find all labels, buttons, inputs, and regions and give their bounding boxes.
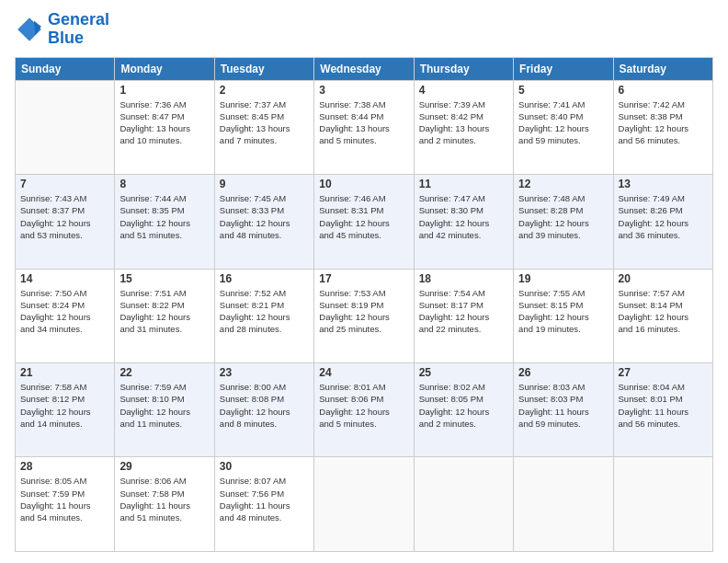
day-info: Sunrise: 8:05 AMSunset: 7:59 PMDaylight:… bbox=[20, 475, 109, 523]
weekday-friday: Friday bbox=[514, 57, 613, 80]
day-info: Sunrise: 7:50 AMSunset: 8:24 PMDaylight:… bbox=[20, 287, 109, 336]
weekday-saturday: Saturday bbox=[613, 57, 712, 80]
day-info: Sunrise: 7:38 AMSunset: 8:44 PMDaylight:… bbox=[319, 98, 408, 147]
week-row-1: 7Sunrise: 7:43 AMSunset: 8:37 PMDaylight… bbox=[16, 175, 713, 269]
calendar-cell: 12Sunrise: 7:48 AMSunset: 8:28 PMDayligh… bbox=[514, 175, 613, 269]
day-info: Sunrise: 8:01 AMSunset: 8:06 PMDaylight:… bbox=[319, 381, 408, 430]
weekday-sunday: Sunday bbox=[16, 57, 115, 80]
day-number: 10 bbox=[319, 178, 408, 190]
weekday-wednesday: Wednesday bbox=[314, 57, 414, 80]
day-number: 14 bbox=[20, 272, 109, 285]
calendar-cell: 29Sunrise: 8:06 AMSunset: 7:58 PMDayligh… bbox=[115, 457, 214, 552]
calendar-cell: 30Sunrise: 8:07 AMSunset: 7:56 PMDayligh… bbox=[214, 457, 313, 552]
day-number: 1 bbox=[119, 84, 209, 97]
day-info: Sunrise: 7:44 AMSunset: 8:35 PMDaylight:… bbox=[119, 192, 209, 241]
day-number: 4 bbox=[419, 84, 508, 97]
calendar-cell bbox=[514, 457, 613, 552]
calendar-cell: 16Sunrise: 7:52 AMSunset: 8:21 PMDayligh… bbox=[214, 269, 313, 362]
day-number: 22 bbox=[119, 366, 209, 379]
day-info: Sunrise: 7:45 AMSunset: 8:33 PMDaylight:… bbox=[220, 192, 309, 241]
calendar-cell bbox=[414, 457, 513, 552]
logo-general: General bbox=[48, 10, 109, 29]
day-number: 2 bbox=[220, 84, 309, 97]
weekday-thursday: Thursday bbox=[414, 57, 513, 80]
calendar-cell: 8Sunrise: 7:44 AMSunset: 8:35 PMDaylight… bbox=[115, 175, 214, 269]
calendar-cell: 5Sunrise: 7:41 AMSunset: 8:40 PMDaylight… bbox=[514, 80, 613, 174]
day-number: 30 bbox=[220, 460, 309, 473]
calendar-cell: 23Sunrise: 8:00 AMSunset: 8:08 PMDayligh… bbox=[214, 363, 313, 457]
day-info: Sunrise: 7:59 AMSunset: 8:10 PMDaylight:… bbox=[119, 381, 209, 430]
day-number: 15 bbox=[119, 272, 209, 285]
day-number: 25 bbox=[419, 366, 508, 379]
calendar-cell: 15Sunrise: 7:51 AMSunset: 8:22 PMDayligh… bbox=[115, 269, 214, 362]
week-row-0: 1Sunrise: 7:36 AMSunset: 8:47 PMDaylight… bbox=[16, 80, 713, 174]
day-info: Sunrise: 7:36 AMSunset: 8:47 PMDaylight:… bbox=[119, 98, 209, 147]
calendar-cell: 7Sunrise: 7:43 AMSunset: 8:37 PMDaylight… bbox=[16, 175, 115, 269]
day-info: Sunrise: 7:46 AMSunset: 8:31 PMDaylight:… bbox=[319, 192, 408, 241]
day-info: Sunrise: 7:57 AMSunset: 8:14 PMDaylight:… bbox=[619, 287, 708, 336]
calendar-cell: 14Sunrise: 7:50 AMSunset: 8:24 PMDayligh… bbox=[16, 269, 115, 362]
day-info: Sunrise: 7:37 AMSunset: 8:45 PMDaylight:… bbox=[220, 98, 309, 147]
day-info: Sunrise: 7:47 AMSunset: 8:30 PMDaylight:… bbox=[419, 192, 508, 241]
day-info: Sunrise: 7:49 AMSunset: 8:26 PMDaylight:… bbox=[619, 192, 708, 241]
day-info: Sunrise: 7:55 AMSunset: 8:15 PMDaylight:… bbox=[518, 287, 608, 336]
day-number: 18 bbox=[419, 272, 508, 285]
calendar-cell: 11Sunrise: 7:47 AMSunset: 8:30 PMDayligh… bbox=[414, 175, 513, 269]
day-number: 5 bbox=[518, 84, 608, 97]
day-number: 21 bbox=[20, 366, 109, 379]
day-info: Sunrise: 7:41 AMSunset: 8:40 PMDaylight:… bbox=[518, 98, 608, 147]
day-number: 19 bbox=[518, 272, 608, 285]
day-info: Sunrise: 7:39 AMSunset: 8:42 PMDaylight:… bbox=[419, 98, 508, 147]
day-number: 23 bbox=[220, 366, 309, 379]
week-row-3: 21Sunrise: 7:58 AMSunset: 8:12 PMDayligh… bbox=[16, 363, 713, 457]
day-info: Sunrise: 7:48 AMSunset: 8:28 PMDaylight:… bbox=[518, 192, 608, 241]
day-number: 17 bbox=[319, 272, 408, 285]
day-number: 29 bbox=[119, 460, 209, 473]
day-info: Sunrise: 8:00 AMSunset: 8:08 PMDaylight:… bbox=[220, 381, 309, 430]
calendar-cell: 3Sunrise: 7:38 AMSunset: 8:44 PMDaylight… bbox=[314, 80, 414, 174]
calendar-cell: 13Sunrise: 7:49 AMSunset: 8:26 PMDayligh… bbox=[613, 175, 712, 269]
calendar-cell bbox=[613, 457, 712, 552]
calendar-cell: 1Sunrise: 7:36 AMSunset: 8:47 PMDaylight… bbox=[115, 80, 214, 174]
calendar-cell: 24Sunrise: 8:01 AMSunset: 8:06 PMDayligh… bbox=[314, 363, 414, 457]
logo: General Blue bbox=[15, 11, 109, 48]
calendar-cell: 18Sunrise: 7:54 AMSunset: 8:17 PMDayligh… bbox=[414, 269, 513, 362]
calendar-cell: 22Sunrise: 7:59 AMSunset: 8:10 PMDayligh… bbox=[115, 363, 214, 457]
day-info: Sunrise: 7:54 AMSunset: 8:17 PMDaylight:… bbox=[419, 287, 508, 336]
day-info: Sunrise: 8:06 AMSunset: 7:58 PMDaylight:… bbox=[119, 475, 209, 523]
calendar-cell: 10Sunrise: 7:46 AMSunset: 8:31 PMDayligh… bbox=[314, 175, 414, 269]
day-info: Sunrise: 7:42 AMSunset: 8:38 PMDaylight:… bbox=[619, 98, 708, 147]
day-number: 11 bbox=[419, 178, 508, 190]
page: General Blue SundayMondayTuesdayWednesda… bbox=[0, 0, 728, 563]
day-info: Sunrise: 8:07 AMSunset: 7:56 PMDaylight:… bbox=[220, 475, 309, 523]
calendar-cell bbox=[16, 80, 115, 174]
calendar-cell: 21Sunrise: 7:58 AMSunset: 8:12 PMDayligh… bbox=[16, 363, 115, 457]
day-number: 20 bbox=[619, 272, 708, 285]
weekday-tuesday: Tuesday bbox=[214, 57, 313, 80]
day-info: Sunrise: 8:04 AMSunset: 8:01 PMDaylight:… bbox=[619, 381, 708, 430]
calendar-cell: 28Sunrise: 8:05 AMSunset: 7:59 PMDayligh… bbox=[16, 457, 115, 552]
calendar-cell: 2Sunrise: 7:37 AMSunset: 8:45 PMDaylight… bbox=[214, 80, 313, 174]
header: General Blue bbox=[15, 11, 713, 48]
calendar-cell: 17Sunrise: 7:53 AMSunset: 8:19 PMDayligh… bbox=[314, 269, 414, 362]
day-number: 24 bbox=[319, 366, 408, 379]
weekday-monday: Monday bbox=[115, 57, 214, 80]
day-number: 28 bbox=[20, 460, 109, 473]
day-info: Sunrise: 7:43 AMSunset: 8:37 PMDaylight:… bbox=[20, 192, 109, 241]
logo-text: General Blue bbox=[48, 11, 109, 48]
calendar-cell: 6Sunrise: 7:42 AMSunset: 8:38 PMDaylight… bbox=[613, 80, 712, 174]
calendar-cell: 4Sunrise: 7:39 AMSunset: 8:42 PMDaylight… bbox=[414, 80, 513, 174]
logo-blue: Blue bbox=[48, 29, 84, 47]
day-number: 6 bbox=[619, 84, 708, 97]
calendar: SundayMondayTuesdayWednesdayThursdayFrid… bbox=[15, 57, 713, 552]
day-number: 13 bbox=[619, 178, 708, 190]
day-number: 3 bbox=[319, 84, 408, 97]
day-info: Sunrise: 7:51 AMSunset: 8:22 PMDaylight:… bbox=[119, 287, 209, 336]
day-number: 9 bbox=[220, 178, 309, 190]
day-number: 12 bbox=[518, 178, 608, 190]
day-number: 7 bbox=[20, 178, 109, 190]
day-info: Sunrise: 7:53 AMSunset: 8:19 PMDaylight:… bbox=[319, 287, 408, 336]
calendar-cell: 26Sunrise: 8:03 AMSunset: 8:03 PMDayligh… bbox=[514, 363, 613, 457]
day-info: Sunrise: 8:02 AMSunset: 8:05 PMDaylight:… bbox=[419, 381, 508, 430]
week-row-2: 14Sunrise: 7:50 AMSunset: 8:24 PMDayligh… bbox=[16, 269, 713, 362]
